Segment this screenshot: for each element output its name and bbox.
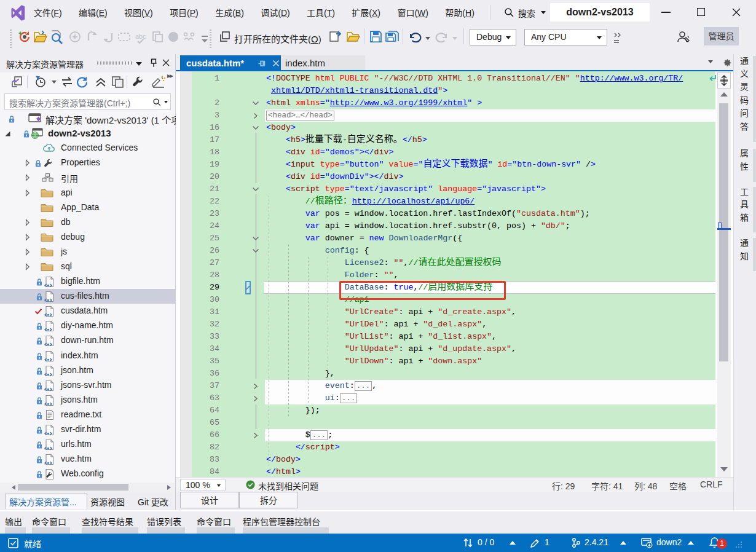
- svg-text:abc: abc: [135, 33, 146, 40]
